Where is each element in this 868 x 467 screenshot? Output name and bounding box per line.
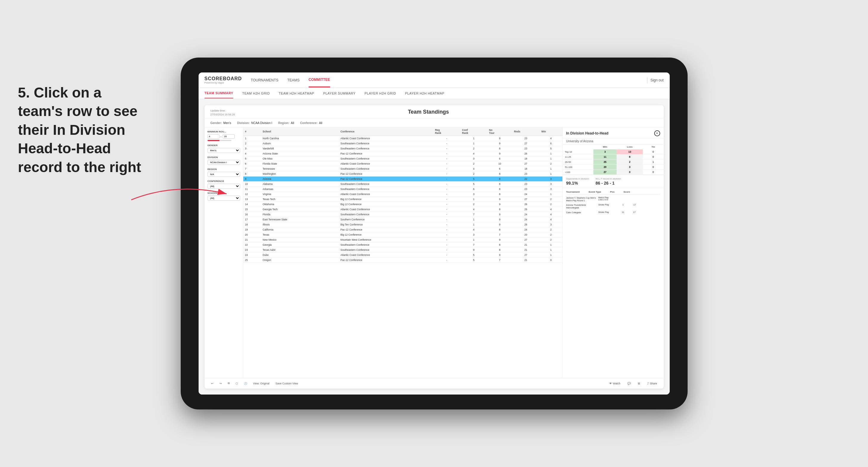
table-row[interactable]: 25 Oregon Pac-12 Conference - 5 7 21 0 [243, 258, 562, 263]
tournament-row-1[interactable]: Jackson T. Stephens Cup Men's Match-Play… [566, 196, 660, 202]
table-row[interactable]: 18 Illinois Big Ten Conference - 1 9 26 … [243, 222, 562, 227]
table-row[interactable]: 12 Virginia Atlantic Coast Conference - … [243, 192, 562, 197]
cell-rnds: 24 [512, 212, 540, 217]
copy-button[interactable]: ⧉ [226, 381, 231, 386]
conference-select[interactable]: (All) [208, 184, 240, 189]
school-select[interactable]: (All) [208, 196, 240, 201]
cell-rnds: 27 [512, 238, 540, 243]
subnav-team-h2h-heatmap[interactable]: TEAM H2H HEATMAP [279, 89, 314, 98]
cell-conf-rank: 1 [460, 217, 488, 222]
cell-win: 5 [539, 146, 562, 151]
table-row[interactable]: 22 Georgia Southeastern Conference - 7 8… [243, 243, 562, 248]
table-row[interactable]: 24 Duke Atlantic Coast Conference - 5 9 … [243, 253, 562, 258]
table-row[interactable]: 16 Florida Southeastern Conference - 7 9… [243, 212, 562, 217]
min-rounds-max-input[interactable] [223, 134, 235, 139]
table-row[interactable]: 10 Alabama Southeastern Conference - 5 8… [243, 182, 562, 187]
cell-conference: Pac-12 Conference [339, 258, 433, 263]
cell-no-tour: 9 [487, 202, 512, 207]
gender-select[interactable]: Men's [208, 148, 240, 153]
table-row[interactable]: 8 Washington Pac-12 Conference - 2 8 23 … [243, 172, 562, 177]
paste-button[interactable]: ⬡ [234, 381, 240, 386]
subnav-player-h2h-grid[interactable]: PLAYER H2H GRID [365, 89, 396, 98]
cell-conf-rank: 3 [460, 192, 488, 197]
toolbar-left: ↩ ↪ ⧉ ⬡ 🕐 View: Original Save Custom Vie… [209, 381, 300, 386]
cell-school: North Carolina [261, 136, 339, 141]
cell-reg-rank: - [433, 222, 460, 227]
division-select[interactable]: NCAA Division I [208, 160, 240, 165]
left-section: Minimum Rou... - Gender [205, 127, 562, 378]
comment-button[interactable]: 💬 [626, 381, 632, 386]
table-row[interactable]: 5 Ole Miss Southeastern Conference - 3 6… [243, 156, 562, 161]
cell-no-tour: 9 [487, 212, 512, 217]
region-select[interactable]: N/A [208, 172, 240, 177]
cell-school: Ole Miss [261, 156, 339, 161]
min-rounds-input[interactable] [208, 134, 219, 139]
cell-win: 1 [539, 172, 562, 177]
table-row[interactable]: 23 Texas A&M Southeastern Conference - 9… [243, 248, 562, 253]
gender-value: Men's [223, 121, 231, 125]
h2h-loss-cell: 2 [617, 160, 643, 165]
sign-out-link[interactable]: Sign out [650, 78, 663, 82]
nav-tournaments[interactable]: TOURNAMENTS [251, 73, 278, 87]
tournament-row-2[interactable]: Arizona Thunderbirds Intercollegiate Str… [566, 204, 660, 209]
table-row[interactable]: 13 Texas Tech Big 12 Conference - 1 9 27… [243, 197, 562, 202]
panel-body: Minimum Rou... - Gender [205, 127, 664, 378]
share-button[interactable]: ⤴ Share [646, 381, 659, 386]
subnav-team-summary[interactable]: TEAM SUMMARY [205, 88, 234, 98]
cell-win: 2 [539, 197, 562, 202]
table-row[interactable]: 6 Florida State Atlantic Coast Conferenc… [243, 161, 562, 166]
cell-school: Arkansas [261, 187, 339, 192]
cell-num: 9 [243, 177, 261, 182]
table-row[interactable]: 11 Arkansas Southeastern Conference - 6 … [243, 187, 562, 192]
cell-win: 0 [539, 258, 562, 263]
cell-no-tour: 8 [487, 207, 512, 212]
nav-divider [647, 77, 647, 83]
subnav-player-summary[interactable]: PLAYER SUMMARY [323, 89, 356, 98]
opponents-label: Opponents in division: [566, 178, 590, 180]
view-original-button[interactable]: View: Original [251, 381, 271, 386]
undo-button[interactable]: ↩ [209, 381, 215, 386]
range-slider[interactable] [208, 140, 231, 141]
cell-num: 17 [243, 217, 261, 222]
cell-num: 2 [243, 141, 261, 146]
subnav-player-h2h-heatmap[interactable]: PLAYER H2H HEATMAP [405, 89, 444, 98]
table-row[interactable]: 3 Vanderbilt Southeastern Conference - 2… [243, 146, 562, 151]
table-row[interactable]: 19 California Pac-12 Conference - 4 8 24… [243, 227, 562, 232]
tournament-score-2: -17 [630, 204, 639, 206]
min-rounds-label: Minimum Rou... [208, 130, 240, 133]
table-row[interactable]: 9 Arizona Pac-12 Conference - 5 8 22 3 [243, 177, 562, 182]
col-reg-rank: RegRank [433, 127, 460, 136]
tournament-row-3[interactable]: Cabo Collegiate Stroke Play 11 17 [566, 211, 660, 214]
table-row[interactable]: 7 Tennessee Southeastern Conference - 4 … [243, 166, 562, 172]
save-custom-button[interactable]: Save Custom View [274, 381, 300, 386]
cell-school: California [261, 227, 339, 232]
table-row[interactable]: 14 Oklahoma Big 12 Conference - 2 9 26 2 [243, 202, 562, 207]
cell-conf-rank: 1 [460, 197, 488, 202]
table-row[interactable]: 2 Auburn Southeastern Conference - 1 9 2… [243, 141, 562, 146]
col-win: Win [539, 127, 562, 136]
cell-no-tour: 9 [487, 141, 512, 146]
cell-num: 7 [243, 166, 261, 172]
table-row[interactable]: 15 Georgia Tech Atlantic Coast Conferenc… [243, 207, 562, 212]
cell-no-tour: 9 [487, 151, 512, 156]
conference-filter-section: Conference (All) [208, 180, 240, 189]
redo-button[interactable]: ↪ [218, 381, 224, 386]
nav-committee[interactable]: COMMITTEE [309, 73, 330, 87]
table-row[interactable]: 4 Arizona State Pac-12 Conference - 4 9 … [243, 151, 562, 156]
cell-conf-rank: 2 [460, 202, 488, 207]
subnav-team-h2h-grid[interactable]: TEAM H2H GRID [242, 89, 270, 98]
cell-reg-rank: - [433, 197, 460, 202]
col-conference: Conference [339, 127, 433, 136]
table-row[interactable]: 20 Texas Big 12 Conference - 3 7 20 2 [243, 232, 562, 238]
table-row[interactable]: 21 New Mexico Mountain West Conference -… [243, 238, 562, 243]
nav-teams[interactable]: TEAMS [287, 73, 300, 87]
table-row[interactable]: 1 North Carolina Atlantic Coast Conferen… [243, 136, 562, 141]
watch-button[interactable]: 👁 Watch [608, 381, 622, 386]
cell-reg-rank: - [433, 207, 460, 212]
grid-button[interactable]: ⊞ [636, 381, 642, 386]
cell-conference: Pac-12 Conference [339, 172, 433, 177]
wlt-stat: W-L-T record in-division: 86 - 26 - 1 [595, 178, 621, 186]
h2h-close-button[interactable]: × [654, 130, 660, 136]
table-row[interactable]: 17 East Tennessee State Southern Confere… [243, 217, 562, 222]
clock-button[interactable]: 🕐 [242, 381, 249, 386]
